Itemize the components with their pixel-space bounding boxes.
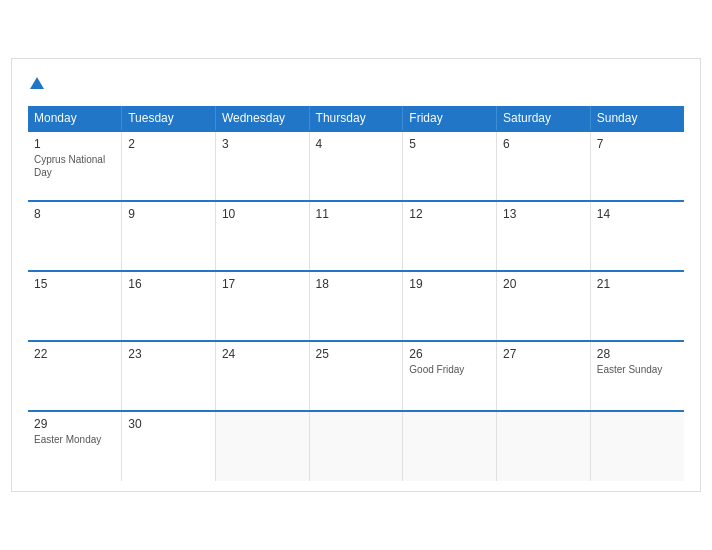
calendar-cell: 7 xyxy=(590,131,684,201)
day-number: 17 xyxy=(222,277,303,291)
calendar-cell: 16 xyxy=(122,271,216,341)
day-number: 26 xyxy=(409,347,490,361)
weekday-header-wednesday: Wednesday xyxy=(215,106,309,131)
logo-blue-text xyxy=(28,75,44,93)
calendar-cell: 1Cyprus National Day xyxy=(28,131,122,201)
day-number: 11 xyxy=(316,207,397,221)
calendar-cell: 3 xyxy=(215,131,309,201)
day-number: 30 xyxy=(128,417,209,431)
logo-triangle-icon xyxy=(30,77,44,89)
day-number: 1 xyxy=(34,137,115,151)
day-number: 13 xyxy=(503,207,584,221)
calendar-cell: 28Easter Sunday xyxy=(590,341,684,411)
calendar-cell xyxy=(590,411,684,481)
week-row-3: 15161718192021 xyxy=(28,271,684,341)
weekday-header-saturday: Saturday xyxy=(497,106,591,131)
calendar-cell: 6 xyxy=(497,131,591,201)
day-number: 6 xyxy=(503,137,584,151)
day-number: 3 xyxy=(222,137,303,151)
day-number: 9 xyxy=(128,207,209,221)
calendar-cell: 13 xyxy=(497,201,591,271)
weekday-header-tuesday: Tuesday xyxy=(122,106,216,131)
calendar-cell: 25 xyxy=(309,341,403,411)
calendar-cell xyxy=(497,411,591,481)
day-number: 14 xyxy=(597,207,678,221)
day-number: 7 xyxy=(597,137,678,151)
calendar-cell xyxy=(309,411,403,481)
day-number: 16 xyxy=(128,277,209,291)
calendar-body: 1Cyprus National Day23456789101112131415… xyxy=(28,131,684,481)
calendar-cell: 29Easter Monday xyxy=(28,411,122,481)
calendar-cell: 27 xyxy=(497,341,591,411)
day-number: 22 xyxy=(34,347,115,361)
day-number: 12 xyxy=(409,207,490,221)
calendar-cell: 4 xyxy=(309,131,403,201)
calendar-cell: 8 xyxy=(28,201,122,271)
day-number: 18 xyxy=(316,277,397,291)
calendar-cell: 10 xyxy=(215,201,309,271)
calendar-cell: 23 xyxy=(122,341,216,411)
calendar-cell: 22 xyxy=(28,341,122,411)
week-row-2: 891011121314 xyxy=(28,201,684,271)
weekday-header-thursday: Thursday xyxy=(309,106,403,131)
day-number: 8 xyxy=(34,207,115,221)
day-number: 28 xyxy=(597,347,678,361)
day-number: 23 xyxy=(128,347,209,361)
day-number: 20 xyxy=(503,277,584,291)
weekday-header-row: MondayTuesdayWednesdayThursdayFridaySatu… xyxy=(28,106,684,131)
holiday-label: Easter Sunday xyxy=(597,363,678,376)
day-number: 29 xyxy=(34,417,115,431)
calendar-cell: 17 xyxy=(215,271,309,341)
calendar-cell: 12 xyxy=(403,201,497,271)
day-number: 5 xyxy=(409,137,490,151)
calendar-container: MondayTuesdayWednesdayThursdayFridaySatu… xyxy=(11,58,701,493)
week-row-1: 1Cyprus National Day234567 xyxy=(28,131,684,201)
calendar-cell: 14 xyxy=(590,201,684,271)
day-number: 25 xyxy=(316,347,397,361)
calendar-cell: 5 xyxy=(403,131,497,201)
day-number: 19 xyxy=(409,277,490,291)
calendar-table: MondayTuesdayWednesdayThursdayFridaySatu… xyxy=(28,106,684,481)
calendar-cell: 26Good Friday xyxy=(403,341,497,411)
logo xyxy=(28,75,44,93)
calendar-cell xyxy=(215,411,309,481)
calendar-cell: 11 xyxy=(309,201,403,271)
calendar-cell: 19 xyxy=(403,271,497,341)
calendar-cell: 2 xyxy=(122,131,216,201)
calendar-cell: 20 xyxy=(497,271,591,341)
calendar-cell: 21 xyxy=(590,271,684,341)
calendar-cell xyxy=(403,411,497,481)
day-number: 4 xyxy=(316,137,397,151)
week-row-4: 2223242526Good Friday2728Easter Sunday xyxy=(28,341,684,411)
weekday-header-monday: Monday xyxy=(28,106,122,131)
day-number: 24 xyxy=(222,347,303,361)
day-number: 15 xyxy=(34,277,115,291)
holiday-label: Good Friday xyxy=(409,363,490,376)
calendar-header xyxy=(28,75,684,93)
calendar-cell: 30 xyxy=(122,411,216,481)
holiday-label: Cyprus National Day xyxy=(34,153,115,179)
day-number: 10 xyxy=(222,207,303,221)
calendar-cell: 24 xyxy=(215,341,309,411)
calendar-cell: 15 xyxy=(28,271,122,341)
holiday-label: Easter Monday xyxy=(34,433,115,446)
day-number: 2 xyxy=(128,137,209,151)
day-number: 27 xyxy=(503,347,584,361)
day-number: 21 xyxy=(597,277,678,291)
calendar-cell: 9 xyxy=(122,201,216,271)
weekday-header-sunday: Sunday xyxy=(590,106,684,131)
week-row-5: 29Easter Monday30 xyxy=(28,411,684,481)
calendar-cell: 18 xyxy=(309,271,403,341)
weekday-header-friday: Friday xyxy=(403,106,497,131)
